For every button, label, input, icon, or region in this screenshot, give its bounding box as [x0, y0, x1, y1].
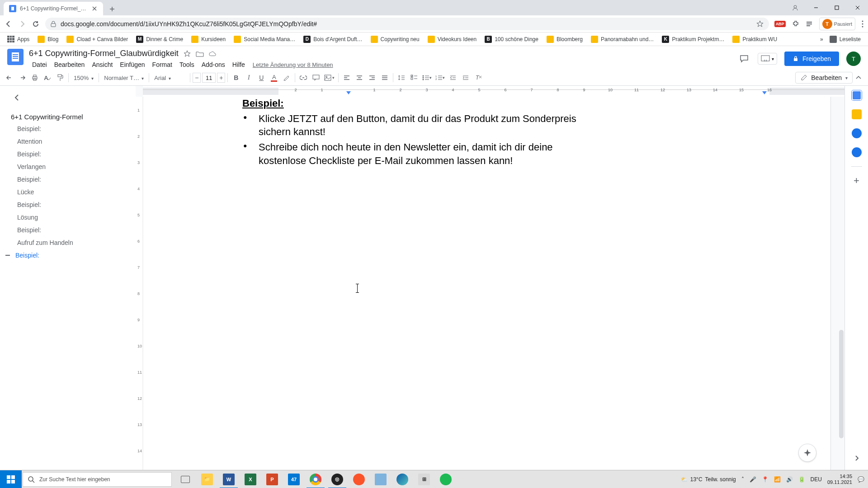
new-tab-button[interactable]	[106, 3, 118, 15]
tray-battery-icon[interactable]: 🔋	[798, 476, 805, 483]
tray-language[interactable]: DEU	[811, 476, 822, 483]
indent-increase-button[interactable]	[460, 72, 472, 84]
print-button[interactable]	[29, 72, 41, 84]
align-left-button[interactable]	[341, 72, 353, 84]
outline-item[interactable]: Aufruf zum Handeln	[7, 236, 136, 249]
present-button[interactable]: ▾	[758, 53, 777, 65]
indent-marker-right[interactable]	[762, 91, 767, 94]
minimize-button[interactable]	[806, 0, 826, 15]
calc-app-button[interactable]: ⊞	[413, 470, 435, 488]
notepad-app-button[interactable]	[370, 470, 392, 488]
star-document-icon[interactable]	[183, 50, 191, 58]
outline-item[interactable]: Beispiel:	[7, 148, 136, 160]
document-title[interactable]: 6+1 Copywriting-Formel_Glaubwürdigkeit	[29, 49, 179, 58]
forward-button[interactable]	[18, 20, 26, 28]
spotify-app-button[interactable]	[435, 470, 457, 488]
powerpoint-app-button[interactable]: P	[261, 470, 283, 488]
bookmark-item[interactable]: Copywriting neu	[368, 34, 422, 45]
tab-close-icon[interactable]	[91, 5, 98, 12]
tray-wifi-icon[interactable]: 📶	[774, 476, 781, 483]
address-bar[interactable]: docs.google.com/document/d/1iixUYnHK9Zh1…	[45, 18, 769, 30]
outline-item[interactable]: Beispiel:	[7, 198, 136, 211]
bookmark-item[interactable]: Praktikum WU	[730, 34, 780, 45]
spellcheck-button[interactable]: A	[42, 72, 53, 84]
align-center-button[interactable]	[354, 72, 365, 84]
maximize-button[interactable]	[826, 0, 847, 15]
star-icon[interactable]	[756, 20, 764, 28]
bookmark-item[interactable]: MDinner & Crime	[133, 34, 186, 45]
insert-link-button[interactable]	[297, 72, 309, 84]
keep-sidetab-icon[interactable]	[852, 109, 862, 119]
file-explorer-button[interactable]: 📁	[196, 470, 218, 488]
tasks-sidetab-icon[interactable]	[852, 128, 862, 138]
bookmark-item[interactable]: DBois d'Argent Duft…	[301, 34, 365, 45]
outline-item[interactable]: Lösung	[7, 211, 136, 224]
vertical-scrollbar-thumb[interactable]	[839, 330, 844, 438]
bookmark-item[interactable]: KPraktikum Projektm…	[659, 34, 727, 45]
mail-app-button[interactable]: 47	[283, 470, 305, 488]
horizontal-ruler[interactable]: 2 1 1 2 3 4 5 6 7 8 9 10 11 12 13 14	[143, 86, 844, 97]
indent-decrease-button[interactable]	[447, 72, 459, 84]
document-page[interactable]: Beispiel: Klicke JETZT auf den Button, d…	[144, 97, 831, 470]
outline-item[interactable]: Beispiel:	[7, 173, 136, 186]
share-button[interactable]: Freigeben	[784, 52, 839, 66]
abp-icon[interactable]: ABP	[774, 21, 786, 27]
redo-button[interactable]	[16, 72, 28, 84]
paragraph-style-select[interactable]: Normaler T…	[101, 72, 146, 84]
move-document-icon[interactable]	[196, 50, 204, 58]
menu-view[interactable]: Ansicht	[89, 59, 116, 70]
paint-format-button[interactable]	[54, 72, 66, 84]
bookmark-item[interactable]: Cload + Canva Bilder	[64, 34, 131, 45]
window-account-icon[interactable]	[785, 0, 806, 15]
menu-format[interactable]: Format	[149, 59, 175, 70]
line-spacing-button[interactable]	[396, 72, 407, 84]
bookmark-item[interactable]: B100 schöne Dinge	[482, 34, 541, 45]
font-size-increase[interactable]: +	[217, 73, 225, 83]
zoom-select[interactable]: 150%	[71, 72, 96, 84]
obs-app-button[interactable]: ◎	[326, 470, 348, 488]
outline-item[interactable]: Verlangen	[7, 160, 136, 173]
bookmark-item[interactable]: Kursideen	[189, 34, 228, 45]
align-right-button[interactable]	[366, 72, 378, 84]
insert-image-button[interactable]: ▾	[323, 72, 336, 84]
excel-app-button[interactable]: X	[240, 470, 261, 488]
bookmark-item[interactable]: Videokurs Ideen	[425, 34, 480, 45]
bookmark-item[interactable]: Social Media Mana…	[231, 34, 298, 45]
bookmark-item[interactable]: Blog	[35, 34, 61, 45]
editing-mode-select[interactable]: Bearbeiten ▾	[795, 72, 853, 84]
bookmark-overflow-icon[interactable]: »	[820, 36, 823, 42]
explore-fab[interactable]	[798, 444, 816, 462]
menu-addons[interactable]: Add-ons	[198, 59, 228, 70]
taskbar-search[interactable]: Zur Suche Text hier eingeben	[23, 472, 172, 487]
outline-item[interactable]: Beispiel:	[7, 122, 136, 135]
outline-item[interactable]: Lücke	[7, 186, 136, 198]
italic-button[interactable]: I	[243, 72, 255, 84]
tray-location-icon[interactable]: 📍	[762, 476, 769, 483]
outline-close-button[interactable]	[11, 91, 24, 104]
edge-app-button[interactable]	[392, 470, 413, 488]
clear-formatting-button[interactable]: T	[472, 72, 484, 84]
bookmark-item[interactable]: Panoramabahn und…	[588, 34, 656, 45]
chrome-menu-icon[interactable]	[862, 20, 863, 28]
tray-volume-icon[interactable]: 🔊	[786, 476, 793, 483]
back-button[interactable]	[5, 20, 13, 28]
brave-app-button[interactable]	[348, 470, 370, 488]
tray-clock[interactable]: 14:35 09.11.2021	[827, 474, 852, 484]
comment-history-icon[interactable]	[738, 52, 750, 65]
notifications-button[interactable]: 💬	[858, 476, 864, 483]
checklist-button[interactable]	[408, 72, 420, 84]
underline-button[interactable]: U	[255, 72, 267, 84]
browser-tab-active[interactable]: 6+1 Copywriting-Formel_Glaub…	[4, 2, 103, 15]
last-edit-link[interactable]: Letzte Änderung vor 8 Minuten	[253, 61, 333, 68]
weather-widget[interactable]: ⛅ 13°C Teilw. sonnig	[681, 476, 736, 483]
apps-button[interactable]: Apps	[5, 34, 32, 45]
indent-marker-left[interactable]	[346, 91, 351, 94]
outline-item[interactable]: Beispiel:	[7, 224, 136, 236]
font-select[interactable]: Arial	[151, 72, 188, 84]
close-window-button[interactable]	[847, 0, 868, 15]
reading-list-icon[interactable]	[806, 20, 813, 28]
document-content[interactable]: Beispiel: Klicke JETZT auf den Button, d…	[242, 97, 595, 169]
font-size-value[interactable]: 11	[202, 73, 216, 83]
side-panel-toggle[interactable]	[849, 451, 864, 465]
numbered-list-button[interactable]: 12▾	[434, 72, 446, 84]
